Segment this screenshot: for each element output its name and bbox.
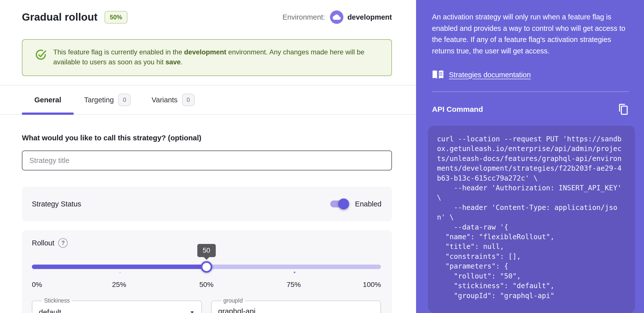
stickiness-select[interactable]: Stickiness default ▼: [32, 297, 202, 313]
groupid-input[interactable]: [218, 307, 376, 313]
sidebar-divider: [432, 91, 629, 92]
tab-targeting[interactable]: Targeting 0: [74, 85, 141, 114]
alert-message: This feature flag is currently enabled i…: [53, 47, 374, 67]
sidebar: An activation strategy will only run whe…: [416, 0, 644, 313]
slider-fill: [32, 265, 206, 269]
strategy-status-label: Strategy Status: [32, 200, 81, 208]
rollout-percentage-badge: 50%: [104, 11, 128, 24]
strategy-description: An activation strategy will only run whe…: [432, 11, 629, 57]
slider-value-tooltip: 50: [197, 244, 216, 257]
groupid-label: groupId: [221, 297, 245, 304]
active-tab-indicator: [22, 113, 74, 115]
strategy-title-question: What would you like to call this strateg…: [22, 134, 392, 142]
groupid-field: groupId: [211, 297, 381, 313]
environment-label: Environment:: [282, 13, 325, 21]
check-circle-icon: [35, 49, 47, 61]
slider-mark-25: [119, 272, 121, 273]
strategies-documentation-link[interactable]: Strategies documentation: [432, 70, 531, 80]
strategy-title-input[interactable]: [22, 151, 392, 170]
book-icon: [432, 70, 444, 80]
rollout-slider[interactable]: 50: [32, 259, 381, 274]
environment-cloud-icon: [330, 10, 344, 24]
help-icon[interactable]: ?: [58, 238, 68, 248]
tabs: General Targeting 0 Variants 0: [0, 85, 416, 115]
slider-tick-labels: 0% 25% 50% 75% 100%: [32, 281, 381, 290]
page-title: Gradual rollout: [22, 11, 98, 23]
environment-indicator: Environment: development: [282, 10, 392, 24]
environment-name: development: [348, 13, 392, 21]
stickiness-value: default: [39, 308, 61, 313]
rollout-label: Rollout: [32, 239, 54, 247]
tab-general[interactable]: General: [22, 85, 74, 114]
strategy-status-card: Strategy Status Enabled: [22, 186, 392, 221]
strategy-status-toggle[interactable]: [330, 200, 348, 207]
api-command-title: API Command: [432, 105, 483, 114]
stickiness-label: Stickiness: [42, 297, 72, 304]
main-panel: Gradual rollout 50% Environment: develop…: [0, 0, 416, 313]
slider-mark-75: [294, 272, 295, 273]
tab-variants[interactable]: Variants 0: [141, 85, 205, 114]
strategy-status-value: Enabled: [355, 200, 382, 208]
variants-count-badge: 0: [182, 94, 194, 106]
copy-icon[interactable]: [618, 103, 629, 115]
rollout-card: Rollout ? 50 0% 25% 50% 75% 100%: [22, 230, 392, 313]
slider-thumb[interactable]: [200, 261, 212, 273]
chevron-down-icon: ▼: [190, 310, 195, 313]
page-header: Gradual rollout 50% Environment: develop…: [22, 10, 392, 24]
enabled-alert: This feature flag is currently enabled i…: [22, 39, 392, 76]
api-command-code[interactable]: curl --location --request PUT 'https://s…: [428, 126, 635, 313]
targeting-count-badge: 0: [118, 94, 131, 106]
